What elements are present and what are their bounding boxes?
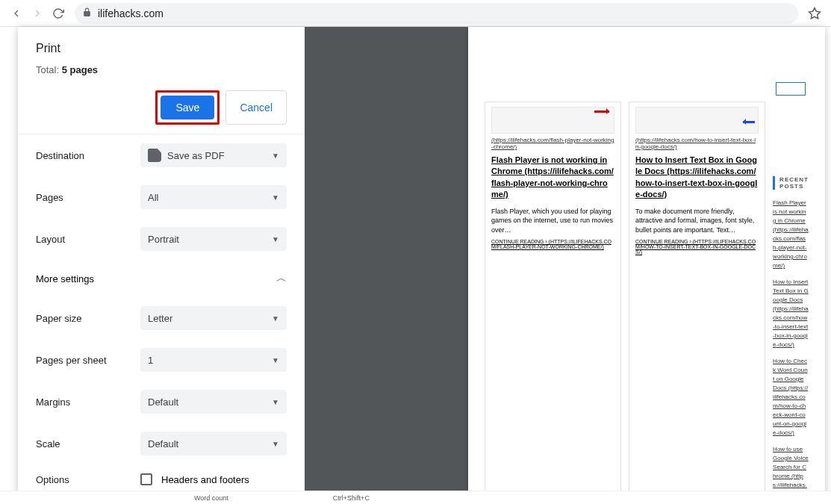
reload-button[interactable] [48,3,69,24]
address-bar[interactable]: ilifehacks.com [75,3,798,24]
browser-toolbar: ilifehacks.com [0,0,831,27]
pages-select[interactable]: All▼ [140,185,287,209]
chevron-down-icon: ▼ [272,314,279,323]
chevron-down-icon: ▼ [272,235,279,243]
card-title: Flash Player is not working in Chrome (h… [491,155,614,201]
destination-select[interactable]: Save as PDF ▼ [140,143,287,167]
margins-select[interactable]: Default▼ [140,390,287,414]
preview-page: (https://ilifehacks.com/flash-player-not… [468,27,825,498]
recent-item: How to Check Word Count on Google Docs (… [773,357,809,438]
chevron-down-icon: ▼ [272,152,279,160]
destination-label: Destination [36,150,140,161]
per-sheet-label: Pages per sheet [36,355,140,366]
chevron-down-icon: ▼ [272,398,279,406]
margins-label: Margins [36,396,140,408]
url-text: ilifehacks.com [98,7,164,19]
card-desc: To make document more friendly, attracti… [635,207,759,235]
continue-link: CONTINUE READING › (HTTPS://ILIFEHACKS.C… [635,239,759,255]
print-title: Print [36,42,287,55]
layout-select[interactable]: Portrait▼ [140,227,287,251]
preview-sidebar: RECENT POSTS Flash Player is not working… [773,102,809,498]
print-dialog: Print Total: 5 pages Save Cancel Destina… [18,27,825,498]
card-desc: Flash Player, which you used for playing… [491,207,614,235]
save-highlight: Save [155,90,220,125]
paper-size-label: Paper size [36,313,140,324]
red-arrow-icon [594,111,609,113]
settings-scroll[interactable]: Destination Save as PDF ▼ Pages All▼ Lay… [18,134,305,498]
more-settings-toggle[interactable]: More settings ︿ [18,260,305,297]
cancel-button[interactable]: Cancel [225,90,287,125]
card-img-link: (https://ilifehacks.com/how-to-insert-te… [635,137,759,150]
article-card: (https://ilifehacks.com/flash-player-not… [485,102,621,498]
chevron-down-icon: ▼ [272,356,279,364]
recent-posts-heading: RECENT POSTS [773,176,809,190]
per-sheet-select[interactable]: 1▼ [140,348,287,372]
pdf-icon [148,149,161,162]
paper-size-select[interactable]: Letter▼ [140,306,287,330]
print-total: Total: 5 pages [36,64,287,75]
blue-arrow-icon [743,121,755,123]
background-menu: Word count Ctrl+Shift+C [0,491,831,504]
forward-button[interactable] [27,3,48,24]
recent-item: How to Insert Text Box in Google Docs (h… [773,278,809,349]
card-thumbnail [491,107,614,134]
card-title: How to Insert Text Box in Google Docs (h… [635,155,759,201]
options-label: Options [36,474,140,485]
svg-marker-0 [809,7,821,18]
chevron-down-icon: ▼ [272,440,279,448]
scale-label: Scale [36,438,140,449]
headers-checkbox[interactable] [140,473,152,485]
layout-label: Layout [36,234,140,245]
search-box-preview [776,82,806,96]
save-button[interactable]: Save [161,96,214,119]
lock-icon [82,7,92,19]
chevron-down-icon: ▼ [272,193,279,202]
article-card: (https://ilifehacks.com/how-to-insert-te… [629,102,765,498]
scale-select[interactable]: Default▼ [140,432,287,455]
chevron-up-icon: ︿ [276,272,287,285]
continue-link: CONTINUE READING › (HTTPS://ILIFEHACKS.C… [491,239,614,249]
card-thumbnail [635,107,759,134]
bookmark-star-icon[interactable] [804,3,825,24]
back-button[interactable] [6,3,27,24]
pages-label: Pages [36,192,140,203]
card-img-link: (https://ilifehacks.com/flash-player-not… [491,137,614,150]
recent-item: Flash Player is not working in Chrome (h… [773,199,809,270]
print-settings-panel: Print Total: 5 pages Save Cancel Destina… [18,27,305,498]
print-preview[interactable]: (https://ilifehacks.com/flash-player-not… [305,27,825,498]
headers-label: Headers and footers [161,474,249,485]
